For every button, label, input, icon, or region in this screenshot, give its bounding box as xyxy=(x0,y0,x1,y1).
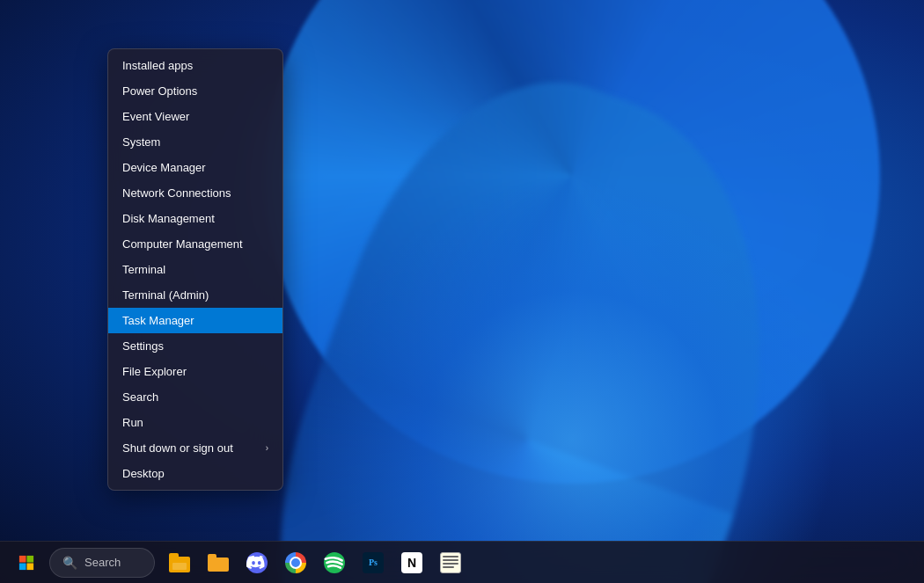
menu-item-label-installed-apps: Installed apps xyxy=(122,59,193,72)
menu-item-task-manager[interactable]: Task Manager xyxy=(108,308,282,333)
menu-item-desktop[interactable]: Desktop xyxy=(108,461,282,486)
menu-item-label-network-connections: Network Connections xyxy=(122,186,231,200)
menu-item-label-system: System xyxy=(122,135,160,149)
photoshop-icon: Ps xyxy=(363,552,384,573)
svg-rect-1 xyxy=(26,555,33,562)
menu-item-label-file-explorer: File Explorer xyxy=(122,365,187,378)
folder-icon xyxy=(208,554,229,572)
menu-item-label-run: Run xyxy=(122,416,143,429)
notepad-icon xyxy=(440,552,461,573)
menu-item-label-search: Search xyxy=(122,390,158,404)
menu-item-power-options[interactable]: Power Options xyxy=(108,78,282,104)
menu-item-label-device-manager: Device Manager xyxy=(122,161,206,174)
taskbar-icon-chrome[interactable] xyxy=(278,545,313,580)
menu-item-file-explorer[interactable]: File Explorer xyxy=(108,359,282,384)
menu-item-label-terminal: Terminal xyxy=(122,263,165,276)
menu-item-shut-down-sign-out[interactable]: Shut down or sign out› xyxy=(108,435,282,461)
context-menu: Installed appsPower OptionsEvent ViewerS… xyxy=(107,48,283,491)
menu-item-label-power-options: Power Options xyxy=(122,84,197,98)
menu-item-run[interactable]: Run xyxy=(108,410,282,435)
menu-item-search[interactable]: Search xyxy=(108,384,282,410)
taskbar-icon-group: Ps N xyxy=(162,545,468,580)
file-manager-icon xyxy=(169,553,190,572)
menu-item-label-disk-management: Disk Management xyxy=(122,212,215,225)
menu-item-terminal[interactable]: Terminal xyxy=(108,257,282,282)
notion-icon: N xyxy=(401,552,422,573)
taskbar-icon-spotify[interactable] xyxy=(317,545,352,580)
menu-item-label-computer-management: Computer Management xyxy=(122,237,243,251)
start-button[interactable] xyxy=(11,547,42,579)
menu-item-computer-management[interactable]: Computer Management xyxy=(108,231,282,257)
taskbar-icon-file-manager[interactable] xyxy=(162,545,197,580)
taskbar-icon-folder[interactable] xyxy=(201,545,236,580)
windows-logo-icon xyxy=(18,555,34,571)
menu-item-label-event-viewer: Event Viewer xyxy=(122,110,189,123)
search-label: Search xyxy=(84,556,121,569)
taskbar: 🔍 Search xyxy=(0,541,924,583)
discord-icon xyxy=(246,552,268,573)
menu-item-terminal-admin[interactable]: Terminal (Admin) xyxy=(108,282,282,308)
svg-rect-2 xyxy=(19,563,26,570)
menu-item-installed-apps[interactable]: Installed apps xyxy=(108,53,282,78)
menu-item-event-viewer[interactable]: Event Viewer xyxy=(108,104,282,129)
taskbar-icon-photoshop[interactable]: Ps xyxy=(356,545,391,580)
menu-item-disk-management[interactable]: Disk Management xyxy=(108,206,282,231)
submenu-chevron-icon: › xyxy=(266,443,268,453)
spotify-icon xyxy=(324,552,345,573)
menu-item-label-terminal-admin: Terminal (Admin) xyxy=(122,288,209,302)
search-icon: 🔍 xyxy=(62,556,77,570)
menu-item-system[interactable]: System xyxy=(108,129,282,155)
chrome-icon xyxy=(285,552,306,573)
menu-item-network-connections[interactable]: Network Connections xyxy=(108,180,282,206)
menu-item-settings[interactable]: Settings xyxy=(108,333,282,359)
svg-rect-0 xyxy=(19,555,26,562)
taskbar-icon-notion[interactable]: N xyxy=(394,545,429,580)
menu-item-label-settings: Settings xyxy=(122,339,164,353)
menu-item-label-shut-down-sign-out: Shut down or sign out xyxy=(122,441,233,455)
menu-item-label-desktop: Desktop xyxy=(122,467,165,480)
menu-item-label-task-manager: Task Manager xyxy=(122,314,194,327)
taskbar-search-box[interactable]: 🔍 Search xyxy=(49,548,155,578)
taskbar-icon-discord[interactable] xyxy=(239,545,275,580)
taskbar-icon-notepad[interactable] xyxy=(433,545,468,580)
menu-item-device-manager[interactable]: Device Manager xyxy=(108,155,282,180)
svg-rect-3 xyxy=(26,563,33,570)
